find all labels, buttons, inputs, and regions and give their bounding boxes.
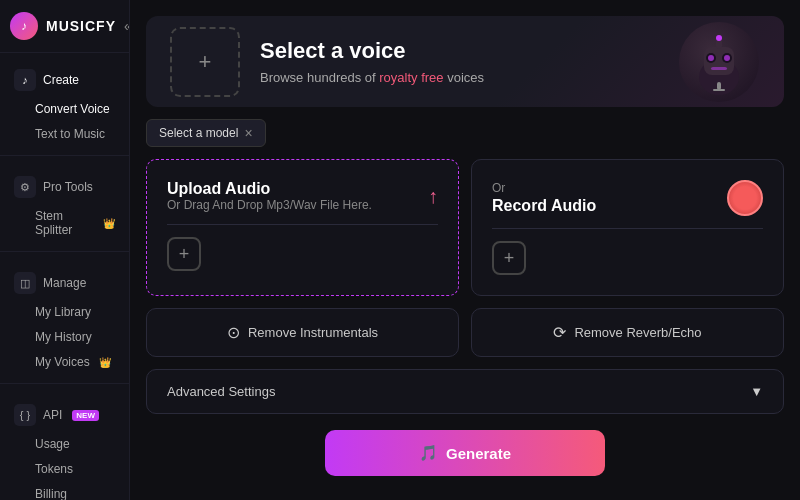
sidebar-section-label-api[interactable]: { } API NEW: [4, 399, 125, 431]
sidebar-item-tokens[interactable]: Tokens: [4, 457, 125, 481]
pro-tools-section-icon: ⚙: [14, 176, 36, 198]
remove-instrumentals-label: Remove Instrumentals: [248, 325, 378, 340]
app-name: MUSICFY: [46, 18, 116, 34]
svg-rect-9: [717, 82, 721, 90]
model-tag-close[interactable]: ×: [244, 125, 252, 141]
sidebar-section-manage: ◫ Manage My Library My History My Voices…: [0, 256, 129, 379]
banner-title: Select a voice: [260, 38, 484, 64]
billing-icon: [14, 487, 28, 500]
my-history-icon: [14, 330, 28, 344]
api-new-badge: NEW: [72, 410, 99, 421]
convert-voice-icon: [14, 102, 28, 116]
model-tag-label: Select a model: [159, 126, 238, 140]
advanced-settings-label: Advanced Settings: [167, 384, 275, 399]
sidebar-header: ♪ MUSICFY «: [0, 0, 129, 53]
svg-point-8: [716, 35, 722, 41]
sidebar-section-create: ♪ Create Convert Voice Text to Music: [0, 53, 129, 151]
tokens-icon: [14, 462, 28, 476]
voice-banner: + Select a voice Browse hundreds of roya…: [146, 16, 784, 107]
sidebar-item-text-to-music[interactable]: Text to Music: [4, 122, 125, 146]
voice-robot-image: [674, 16, 764, 107]
stem-splitter-icon: [14, 216, 28, 230]
svg-rect-10: [713, 89, 725, 91]
banner-subtitle: Browse hundreds of royalty free voices: [260, 70, 484, 85]
record-divider: [492, 228, 763, 229]
voice-banner-text: Select a voice Browse hundreds of royalt…: [260, 38, 484, 85]
upload-box[interactable]: Upload Audio Or Drag And Drop Mp3/Wav Fi…: [146, 159, 459, 296]
upload-add-button[interactable]: +: [167, 237, 201, 271]
robot-svg: [689, 27, 749, 97]
stem-splitter-crown: 👑: [103, 218, 115, 229]
sidebar-item-usage[interactable]: Usage: [4, 432, 125, 456]
sidebar-item-billing[interactable]: Billing: [4, 482, 125, 500]
record-add-button[interactable]: +: [492, 241, 526, 275]
remove-instrumentals-button[interactable]: ⊙ Remove Instrumentals: [146, 308, 459, 357]
sidebar-section-label-create[interactable]: ♪ Create: [4, 64, 125, 96]
upload-subtitle: Or Drag And Drop Mp3/Wav File Here.: [167, 198, 372, 212]
sidebar-item-my-library[interactable]: My Library: [4, 300, 125, 324]
sidebar-item-my-history[interactable]: My History: [4, 325, 125, 349]
main-content: + Select a voice Browse hundreds of roya…: [130, 0, 800, 500]
sidebar-item-convert-voice[interactable]: Convert Voice: [4, 97, 125, 121]
upload-box-header: Upload Audio Or Drag And Drop Mp3/Wav Fi…: [167, 180, 438, 212]
upload-box-text: Upload Audio Or Drag And Drop Mp3/Wav Fi…: [167, 180, 372, 212]
sidebar-section-api: { } API NEW Usage Tokens Billing Docs: [0, 388, 129, 500]
advanced-settings-chevron: ▼: [750, 384, 763, 399]
sidebar: ♪ MUSICFY « ♪ Create Convert Voice Text …: [0, 0, 130, 500]
my-voices-icon: [14, 355, 28, 369]
sidebar-item-my-voices[interactable]: My Voices 👑: [4, 350, 125, 374]
logo-icon: ♪: [10, 12, 38, 40]
remove-reverb-icon: ⟳: [553, 323, 566, 342]
usage-icon: [14, 437, 28, 451]
svg-point-4: [708, 55, 714, 61]
generate-button[interactable]: 🎵 Generate: [325, 430, 605, 476]
manage-section-icon: ◫: [14, 272, 36, 294]
svg-point-5: [724, 55, 730, 61]
sidebar-section-pro-tools: ⚙ Pro Tools Stem Splitter 👑: [0, 160, 129, 247]
svg-rect-6: [711, 67, 727, 70]
upload-divider: [167, 224, 438, 225]
record-box: Or Record Audio +: [471, 159, 784, 296]
generate-label: Generate: [446, 445, 511, 462]
generate-wrap: 🎵 Generate: [146, 426, 784, 484]
remove-instrumentals-icon: ⊙: [227, 323, 240, 342]
sidebar-section-label-pro-tools[interactable]: ⚙ Pro Tools: [4, 171, 125, 203]
record-box-header: Or Record Audio: [492, 180, 763, 216]
advanced-settings-panel[interactable]: Advanced Settings ▼: [146, 369, 784, 414]
api-section-icon: { }: [14, 404, 36, 426]
upload-arrow-icon: ↑: [428, 185, 438, 208]
generate-icon: 🎵: [419, 444, 438, 462]
record-title: Record Audio: [492, 197, 596, 215]
tools-row: ⊙ Remove Instrumentals ⟳ Remove Reverb/E…: [146, 308, 784, 357]
audio-section: Upload Audio Or Drag And Drop Mp3/Wav Fi…: [146, 159, 784, 296]
remove-reverb-button[interactable]: ⟳ Remove Reverb/Echo: [471, 308, 784, 357]
robot-circle: [679, 22, 759, 102]
my-library-icon: [14, 305, 28, 319]
create-section-icon: ♪: [14, 69, 36, 91]
text-to-music-icon: [14, 127, 28, 141]
model-tag[interactable]: Select a model ×: [146, 119, 266, 147]
upload-title: Upload Audio: [167, 180, 372, 198]
sidebar-section-label-manage[interactable]: ◫ Manage: [4, 267, 125, 299]
record-button-icon[interactable]: [727, 180, 763, 216]
record-or-label: Or: [492, 181, 596, 195]
my-voices-crown: 👑: [99, 357, 111, 368]
remove-reverb-label: Remove Reverb/Echo: [574, 325, 701, 340]
voice-avatar-box[interactable]: +: [170, 27, 240, 97]
sidebar-item-stem-splitter[interactable]: Stem Splitter 👑: [4, 204, 125, 242]
record-box-text: Or Record Audio: [492, 181, 596, 215]
